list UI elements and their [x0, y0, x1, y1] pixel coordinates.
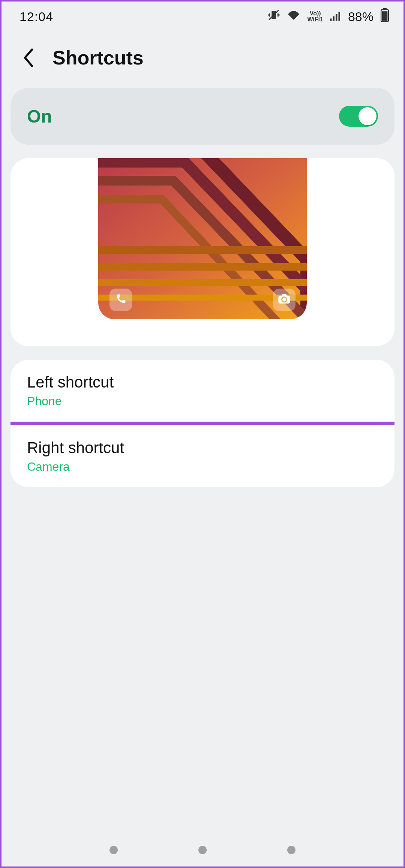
navigation-bar [2, 843, 404, 858]
svg-rect-7 [382, 11, 388, 21]
svg-rect-11 [282, 294, 286, 296]
status-indicators: Vo)) WiFi1 88% [267, 8, 389, 25]
status-time: 12:04 [20, 9, 53, 24]
preview-left-shortcut-icon [110, 289, 132, 311]
shortcut-list: Left shortcut Phone Right shortcut Camer… [10, 360, 394, 487]
toggle-knob [358, 107, 376, 125]
battery-icon [380, 8, 389, 25]
back-button[interactable] [20, 49, 38, 67]
lockscreen-preview [98, 158, 307, 319]
svg-rect-1 [330, 18, 332, 21]
lockscreen-preview-card [10, 158, 394, 346]
svg-rect-2 [333, 16, 334, 21]
nav-back[interactable] [287, 846, 296, 854]
right-shortcut-title: Right shortcut [27, 439, 378, 457]
signal-icon [330, 9, 341, 24]
wifi-icon [287, 9, 300, 24]
vibrate-icon [267, 9, 280, 24]
left-shortcut-item[interactable]: Left shortcut Phone [10, 360, 394, 425]
nav-home[interactable] [198, 846, 207, 854]
nav-recents[interactable] [110, 846, 118, 854]
camera-icon [278, 294, 291, 306]
svg-rect-3 [336, 14, 338, 21]
vowifi-bottom: WiFi1 [307, 16, 323, 22]
vowifi-top: Vo)) [310, 10, 321, 16]
right-shortcut-item[interactable]: Right shortcut Camera [10, 425, 394, 487]
preview-right-shortcut-icon [273, 289, 296, 311]
battery-percentage: 88% [348, 9, 374, 24]
page-header: Shortcuts [2, 31, 404, 88]
page-title: Shortcuts [52, 46, 144, 69]
right-shortcut-value: Camera [27, 460, 378, 474]
master-toggle-card: On [10, 88, 394, 145]
phone-icon [115, 293, 126, 306]
status-bar: 12:04 Vo)) WiFi1 88% [2, 1, 404, 31]
left-shortcut-value: Phone [27, 394, 378, 408]
svg-rect-4 [338, 12, 340, 21]
toggle-label: On [27, 106, 52, 127]
vowifi-indicator: Vo)) WiFi1 [307, 10, 323, 22]
master-toggle[interactable] [339, 106, 378, 127]
left-shortcut-title: Left shortcut [27, 373, 378, 391]
